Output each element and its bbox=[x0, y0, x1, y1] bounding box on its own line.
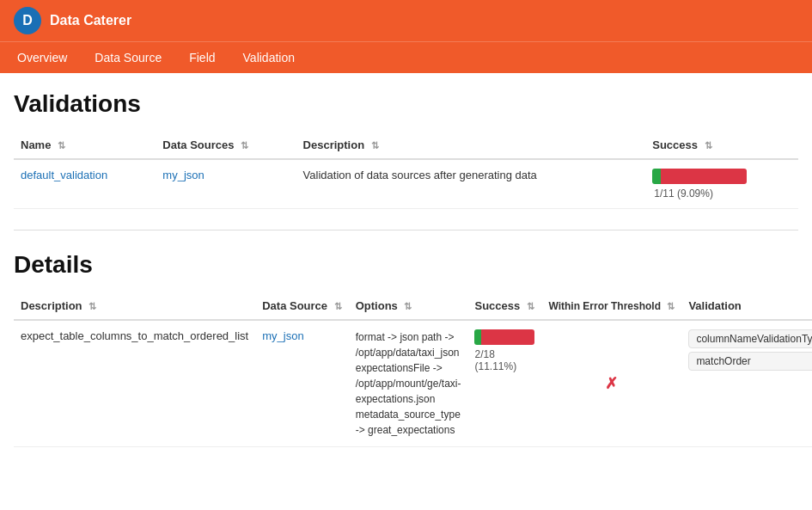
nav-item-overview[interactable]: Overview bbox=[3, 42, 81, 73]
detail-success-label: 2/18 (11.11%) bbox=[474, 348, 534, 372]
col-header-data-sources[interactable]: Data Sources ⇅ bbox=[156, 132, 296, 159]
nav-item-data-source[interactable]: Data Source bbox=[81, 42, 175, 73]
section-divider bbox=[14, 230, 798, 230]
col-header-succ[interactable]: Success ⇅ bbox=[467, 292, 541, 320]
data-source-link[interactable]: my_json bbox=[162, 169, 204, 181]
detail-description: expect_table_columns_to_match_ordered_li… bbox=[14, 320, 255, 447]
bar-green bbox=[652, 169, 661, 184]
success-label: 1/11 (9.09%) bbox=[654, 187, 713, 200]
app-header: D Data Caterer bbox=[0, 0, 812, 41]
col-header-success[interactable]: Success ⇅ bbox=[645, 132, 798, 159]
validation-tag-0: columnNameValidationType bbox=[688, 329, 812, 348]
table-row: default_validation my_json Validation of… bbox=[14, 159, 798, 209]
validations-table: Name ⇅ Data Sources ⇅ Description ⇅ Succ… bbox=[14, 132, 798, 209]
cell-success: 1/11 (9.09%) bbox=[645, 159, 798, 209]
col-header-opts[interactable]: Options ⇅ bbox=[349, 292, 468, 320]
col-header-desc[interactable]: Description ⇅ bbox=[14, 292, 255, 320]
details-table: Description ⇅ Data Source ⇅ Options ⇅ Su… bbox=[14, 292, 812, 447]
sort-icon-data-sources: ⇅ bbox=[241, 140, 248, 151]
cell-data-sources: my_json bbox=[156, 159, 296, 209]
validation-name-link[interactable]: default_validation bbox=[21, 169, 107, 181]
sort-icon-name: ⇅ bbox=[58, 140, 65, 151]
col-header-name[interactable]: Name ⇅ bbox=[14, 132, 156, 159]
validation-tag-1: matchOrder bbox=[688, 352, 812, 371]
detail-within-threshold: ✗ bbox=[541, 320, 681, 447]
details-title: Details bbox=[14, 251, 798, 279]
sort-icon-succ: ⇅ bbox=[527, 301, 534, 312]
detail-bar-green bbox=[474, 329, 481, 345]
success-bar bbox=[652, 169, 747, 184]
validations-title: Validations bbox=[14, 90, 798, 118]
detail-data-source: my_json bbox=[255, 320, 349, 447]
details-table-row: expect_table_columns_to_match_ordered_li… bbox=[14, 320, 812, 447]
detail-success-bar bbox=[474, 329, 534, 345]
within-threshold-x: ✗ bbox=[605, 375, 618, 392]
validation-tags: columnNameValidationType matchOrder bbox=[688, 329, 812, 371]
col-header-ds[interactable]: Data Source ⇅ bbox=[255, 292, 349, 320]
app-title: Data Caterer bbox=[50, 13, 131, 28]
detail-success: 2/18 (11.11%) bbox=[467, 320, 541, 447]
bar-red bbox=[661, 169, 747, 184]
detail-validation: columnNameValidationType matchOrder bbox=[681, 320, 812, 447]
sort-icon-within: ⇅ bbox=[667, 301, 675, 312]
cell-description: Validation of data sources after generat… bbox=[296, 159, 646, 209]
col-header-val[interactable]: Validation bbox=[681, 292, 812, 320]
sort-icon-desc: ⇅ bbox=[89, 301, 96, 312]
detail-data-source-link[interactable]: my_json bbox=[262, 329, 303, 342]
cell-name: default_validation bbox=[14, 159, 156, 209]
sort-icon-success: ⇅ bbox=[705, 140, 712, 151]
main-nav: Overview Data Source Field Validation bbox=[0, 41, 812, 73]
sort-icon-ds: ⇅ bbox=[334, 301, 342, 312]
detail-bar-red bbox=[481, 329, 534, 345]
sort-icon-opts: ⇅ bbox=[404, 301, 412, 312]
nav-item-validation[interactable]: Validation bbox=[229, 42, 308, 73]
col-header-within[interactable]: Within Error Threshold ⇅ bbox=[541, 292, 681, 320]
success-bar-container: 1/11 (9.09%) bbox=[652, 169, 791, 200]
detail-options: format -> json path -> /opt/app/data/tax… bbox=[349, 320, 468, 447]
app-logo: D bbox=[14, 7, 41, 34]
nav-item-field[interactable]: Field bbox=[175, 42, 229, 73]
main-content: Validations Name ⇅ Data Sources ⇅ Descri… bbox=[0, 73, 812, 464]
options-text: format -> json path -> /opt/app/data/tax… bbox=[356, 331, 461, 436]
col-header-description[interactable]: Description ⇅ bbox=[296, 132, 646, 159]
detail-success-cell: 2/18 (11.11%) bbox=[474, 329, 534, 372]
sort-icon-description: ⇅ bbox=[371, 140, 379, 151]
